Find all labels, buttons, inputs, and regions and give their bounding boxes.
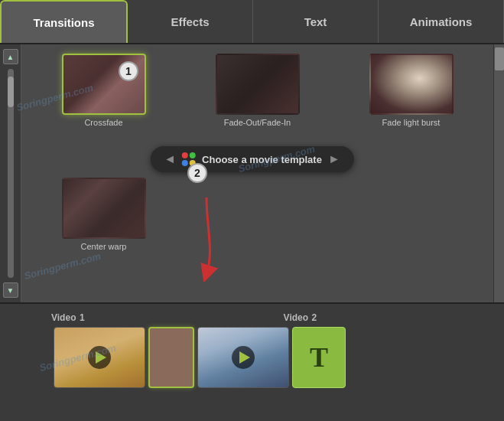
transitions-grid: Crossfade Fade-Out/Fade-In Fade light bu… [21,44,493,302]
video1-number: 1 [80,312,85,323]
video2-number: 2 [312,312,317,323]
right-scrollbar[interactable] [493,44,504,302]
timeline-row: T [9,327,495,388]
scroll-thumb [8,77,14,107]
play-triangle-icon-2 [239,351,250,364]
fade-out-in-thumb [216,54,300,115]
scroll-track [8,69,14,278]
tab-transitions[interactable]: Transitions [0,0,128,43]
choose-template-button[interactable]: ◄ Choose a movie template ► [150,146,353,172]
tab-animations[interactable]: Animations [379,0,504,43]
video2-header: Video 2 [284,310,317,324]
tab-animations-label: Animations [410,15,473,28]
timeline-header: Video 1 Video 2 [9,310,495,324]
scroll-up-arrow[interactable]: ▲ [3,49,18,64]
tab-text-label: Text [304,15,327,28]
timeline-track: T [54,327,495,388]
arrow-left-icon: ◄ [164,152,176,166]
video-clip-1[interactable] [54,327,145,388]
transition-center-warp[interactable]: Center warp [31,178,177,294]
content-area: ▲ ▼ Crossfade Fade-Out/Fade-In Fade ligh… [0,44,504,302]
badge2-label: 2 [194,167,200,179]
text-t-icon: T [310,341,328,374]
tab-text[interactable]: Text [253,0,379,43]
video-clip-2[interactable] [197,327,289,388]
template-button-label: Choose a movie template [202,154,322,165]
tab-effects[interactable]: Effects [128,0,253,43]
play-triangle-icon-1 [96,351,106,364]
video2-label: Video [284,312,308,323]
tab-effects-label: Effects [171,15,209,28]
transition-slot-1[interactable] [148,327,194,388]
video1-label: Video [51,312,76,323]
center-warp-label: Center warp [81,242,127,251]
left-scrollbar[interactable]: ▲ ▼ [0,44,21,302]
center-warp-thumb [62,178,146,239]
fade-out-in-label: Fade-Out/Fade-In [224,118,291,127]
dot-red [182,152,188,158]
text-clip[interactable]: T [292,327,346,388]
timeline-area: Video 1 Video 2 [0,302,504,421]
step-badge-2: 2 [187,163,207,183]
dot-blue [182,160,188,166]
dot-green [190,152,196,158]
right-scroll-thumb [495,47,504,70]
step-badge-1: 1 [119,61,138,81]
main-container: Transitions Effects Text Animations ▲ ▼ … [0,0,504,421]
tab-bar: Transitions Effects Text Animations [0,0,504,44]
fade-light-thumb [369,54,454,115]
scroll-down-arrow[interactable]: ▼ [3,282,18,298]
tab-transitions-label: Transitions [33,16,94,29]
template-button-area: ◄ Choose a movie template ► [150,146,353,172]
badge1-label: 1 [125,65,132,77]
fade-light-label: Fade light burst [382,118,441,127]
arrow-right-icon: ► [328,152,340,166]
crossfade-label: Crossfade [84,118,122,127]
transition-fade-light[interactable]: Fade light burst [338,54,484,170]
play-button-2[interactable] [232,346,255,369]
video1-header: Video 1 [51,310,85,324]
play-button-1[interactable] [88,346,111,369]
